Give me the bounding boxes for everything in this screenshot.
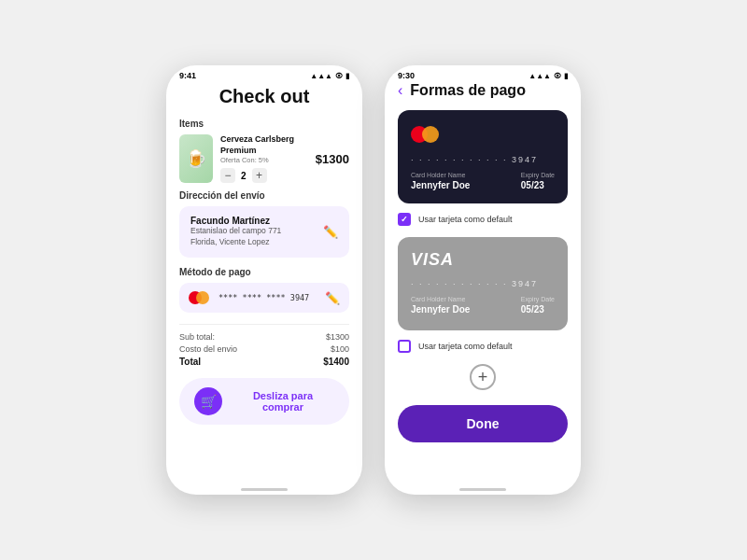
card2-default-checkbox[interactable] — [398, 340, 411, 353]
card2-holder: Card Holder Name Jennyfer Doe — [411, 296, 470, 315]
item-info: Cerveza Carlsberg Premium Oferta Con: 5%… — [220, 134, 308, 183]
total-val: $1400 — [323, 357, 349, 367]
home-indicator-2 — [385, 483, 581, 495]
card1-default-checkbox[interactable]: ✓ — [398, 213, 411, 226]
card2-footer: Card Holder Name Jennyfer Doe Expiry Dat… — [411, 296, 555, 315]
shipping-label: Costo del envio — [179, 344, 237, 354]
subtotal-label: Sub total: — [179, 332, 215, 342]
time-1: 9:41 — [179, 71, 196, 80]
address-street: Estanislao del campo 771 — [190, 226, 281, 237]
card1-expiry-val: 05/23 — [521, 180, 555, 190]
screen1-phone: 9:41 ▲▲▲ ⦿ ▮ Check out Items 🍺 Cerveza C… — [166, 65, 362, 495]
screen2-header: ‹ Formas de pago — [398, 82, 568, 99]
screen1-title: Check out — [179, 86, 349, 107]
screen2-phone: 9:30 ▲▲▲ ⦿ ▮ ‹ Formas de pago · · · · · … — [385, 65, 581, 495]
payment-label: Método de pago — [179, 267, 349, 277]
card2-expiry-val: 05/23 — [521, 304, 555, 315]
card1-holder: Card Holder Name Jennyfer Doe — [411, 172, 470, 190]
card1-expiry: Expiry Date 05/23 — [521, 172, 555, 190]
status-bar-1: 9:41 ▲▲▲ ⦿ ▮ — [166, 65, 362, 82]
item-image: 🍺 — [179, 134, 213, 183]
card1-footer: Card Holder Name Jennyfer Doe Expiry Dat… — [411, 172, 555, 190]
wifi-icon: ⦿ — [335, 72, 343, 80]
home-indicator-1 — [166, 483, 362, 495]
card1-default-row: ✓ Usar tarjeta como default — [398, 213, 568, 226]
items-label: Items — [179, 119, 349, 129]
visa-icon: VISA — [411, 250, 454, 270]
home-bar-1 — [241, 488, 288, 491]
total-label: Total — [179, 357, 201, 367]
card1-default-label: Usar tarjeta como default — [418, 215, 513, 224]
buy-slider-btn[interactable]: 🛒 Desliza para comprar — [179, 378, 349, 425]
shipping-val: $100 — [331, 344, 349, 354]
card1: · · · · · · · · · · · · 3947 Card Holder… — [398, 110, 568, 203]
status-bar-2: 9:30 ▲▲▲ ⦿ ▮ — [385, 65, 581, 82]
payment-edit-icon[interactable]: ✏️ — [325, 291, 340, 305]
qty-decrease-btn[interactable]: − — [220, 168, 235, 183]
card2-dots: · · · · · · · · · · · · 3947 — [411, 279, 555, 288]
card1-dots: · · · · · · · · · · · · 3947 — [411, 155, 555, 164]
mastercard-icon — [189, 290, 211, 305]
mastercard-large-icon — [411, 123, 444, 146]
time-2: 9:30 — [398, 71, 415, 80]
card1-holder-val: Jennyfer Doe — [411, 180, 470, 190]
shipping-row: Costo del envio $100 — [179, 344, 349, 354]
screen2-title: Formas de pago — [410, 82, 526, 99]
order-summary: Sub total: $1300 Costo del envio $100 To… — [179, 324, 349, 367]
status-icons-1: ▲▲▲ ⦿ ▮ — [310, 72, 349, 80]
total-row: Total $1400 — [179, 357, 349, 367]
card1-expiry-label: Expiry Date — [521, 172, 555, 178]
address-name: Facundo Martínez — [190, 216, 281, 226]
qty-value: 2 — [241, 171, 247, 181]
subtotal-val: $1300 — [326, 332, 349, 342]
card2-holder-val: Jennyfer Doe — [411, 304, 470, 315]
card2-expiry-label: Expiry Date — [521, 296, 555, 302]
screen2-scroll: ‹ Formas de pago · · · · · · · · · · · ·… — [385, 82, 581, 483]
address-text: Facundo Martínez Estanislao del campo 77… — [190, 216, 281, 248]
card2-holder-label: Card Holder Name — [411, 296, 470, 302]
card2-expiry: Expiry Date 05/23 — [521, 296, 555, 315]
card1-logo — [411, 123, 555, 146]
item-row: 🍺 Cerveza Carlsberg Premium Oferta Con: … — [179, 134, 349, 183]
check-icon: ✓ — [401, 215, 408, 224]
home-bar-2 — [459, 488, 506, 491]
item-emoji: 🍺 — [186, 148, 206, 169]
address-edit-icon[interactable]: ✏️ — [323, 225, 338, 239]
qty-row: − 2 + — [220, 168, 308, 183]
item-price: $1300 — [316, 152, 349, 166]
subtotal-row: Sub total: $1300 — [179, 332, 349, 342]
address-card: Facundo Martínez Estanislao del campo 77… — [179, 206, 349, 258]
item-discount: Oferta Con: 5% — [220, 156, 308, 164]
address-city: Florida, Vicente Lopez — [190, 237, 281, 248]
qty-increase-btn[interactable]: + — [252, 168, 267, 183]
card1-holder-label: Card Holder Name — [411, 172, 470, 178]
payment-card-number: **** **** **** 3947 — [218, 293, 317, 302]
cart-icon: 🛒 — [194, 387, 222, 415]
add-card-btn[interactable]: + — [470, 364, 496, 390]
payment-row: **** **** **** 3947 ✏️ — [179, 283, 349, 313]
card2: VISA · · · · · · · · · · · · 3947 Card H… — [398, 237, 568, 330]
signal-icon-2: ▲▲▲ — [529, 72, 551, 80]
status-icons-2: ▲▲▲ ⦿ ▮ — [529, 72, 568, 80]
battery-icon: ▮ — [345, 72, 349, 80]
slider-text: Desliza para comprar — [232, 390, 334, 413]
card2-default-label: Usar tarjeta como default — [418, 342, 513, 351]
screen1-scroll: Check out Items 🍺 Cerveza Carlsberg Prem… — [166, 82, 362, 483]
card2-default-row: Usar tarjeta como default — [398, 340, 568, 353]
done-button[interactable]: Done — [398, 405, 568, 442]
item-name: Cerveza Carlsberg Premium — [220, 134, 308, 156]
battery-icon-2: ▮ — [564, 72, 568, 80]
card2-logo: VISA — [411, 250, 555, 270]
wifi-icon-2: ⦿ — [554, 72, 561, 80]
address-label: Dirección del envío — [179, 190, 349, 201]
signal-icon: ▲▲▲ — [310, 72, 332, 80]
back-button[interactable]: ‹ — [398, 82, 402, 99]
